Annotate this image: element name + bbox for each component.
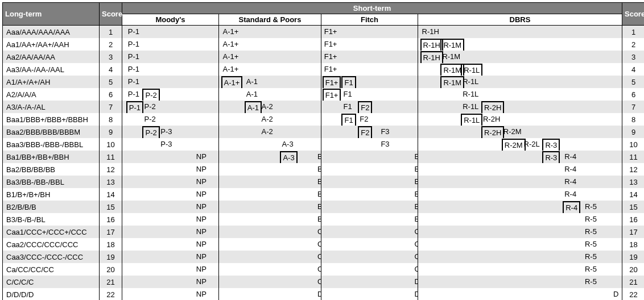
cell-dbrs: R-4 xyxy=(418,188,622,201)
cell-moody: NP xyxy=(122,226,219,238)
rating-value: F3 xyxy=(379,126,391,138)
th-shortterm: Short-term xyxy=(122,3,622,14)
rating-value: P-1 xyxy=(126,39,141,50)
cell-longterm: Caa1/CCC+/CCC+/CCC xyxy=(3,226,100,238)
rating-value: A-2 xyxy=(260,101,275,113)
rating-value: NP xyxy=(195,226,208,238)
cell-sp: D xyxy=(219,288,321,300)
cell-score: 20 xyxy=(100,263,122,276)
th-score-right: Score xyxy=(622,3,645,26)
cell-fitch: F1F2 xyxy=(321,113,418,126)
rating-value: F3 xyxy=(379,139,391,150)
cell-longterm: B1/B+/B+/BH xyxy=(3,188,100,201)
rating-value: R-4 xyxy=(563,164,578,175)
cell-sp: A-3 xyxy=(219,138,321,151)
cell-fitch: B xyxy=(321,188,418,201)
cell-fitch: F3 xyxy=(321,138,418,151)
cell-longterm: A1/A+/A+/AH xyxy=(3,76,100,88)
cell-sp: C xyxy=(219,226,321,238)
table-row: Caa3/CCC-/CCC-/CCC19NPCCR-519 xyxy=(3,251,645,263)
cell-sp: A-1+ xyxy=(219,38,321,51)
cell-score: 18 xyxy=(100,238,122,251)
cell-score: 2 xyxy=(100,38,122,51)
cell-moody: P-1P-2 xyxy=(122,101,219,113)
cell-score: 22 xyxy=(622,288,645,300)
rating-value: F1+ xyxy=(323,51,339,63)
rating-value: R-5 xyxy=(583,276,598,288)
rating-value: NP xyxy=(195,189,208,200)
table-row: Caa2/CCC/CCC/CCC18NPCCR-518 xyxy=(3,238,645,251)
th-score-left: Score xyxy=(100,3,122,26)
th-agency-moody: Moody's xyxy=(122,14,219,26)
cell-moody: P-1 xyxy=(122,63,219,76)
cell-score: 7 xyxy=(100,101,122,113)
cell-sp: A-1+ xyxy=(219,26,321,39)
rating-value: P-1 xyxy=(126,26,141,38)
cell-moody: NP xyxy=(122,188,219,201)
table-row: B3/B-/B-/BL16NPBBR-516 xyxy=(3,213,645,226)
cell-longterm: Aa1/AA+/AA+/AAH xyxy=(3,38,100,51)
cell-score: 22 xyxy=(100,288,122,300)
rating-value: NP xyxy=(195,289,208,300)
cell-sp: A-2 xyxy=(219,126,321,138)
rating-value: R-5 xyxy=(583,214,598,225)
cell-dbrs: R-5 xyxy=(418,251,622,263)
rating-value: R-5 xyxy=(583,226,598,238)
cell-score: 19 xyxy=(622,251,645,263)
cell-score: 9 xyxy=(100,126,122,138)
rating-value: NP xyxy=(195,164,208,175)
cell-score: 1 xyxy=(622,26,645,39)
rating-value: R-5 xyxy=(583,201,598,213)
cell-score: 11 xyxy=(622,151,645,163)
cell-dbrs: R-1HR-1M xyxy=(418,38,622,51)
rating-value: P-1 xyxy=(126,51,141,63)
cell-sp: B xyxy=(219,176,321,188)
cell-fitch: C xyxy=(321,251,418,263)
cell-score: 16 xyxy=(100,213,122,226)
cell-fitch: D xyxy=(321,288,418,300)
rating-value: P-1 xyxy=(126,76,141,88)
rating-value: NP xyxy=(195,239,208,250)
cell-moody: NP xyxy=(122,151,219,163)
cell-moody: P-2 xyxy=(122,113,219,126)
rating-value: R-4 xyxy=(563,189,578,200)
table-row: Aa1/AA+/AA+/AAH2P-1A-1+F1+R-1HR-1M2 xyxy=(3,38,645,51)
cell-sp: C xyxy=(219,238,321,251)
cell-fitch: B xyxy=(321,151,418,163)
cell-score: 17 xyxy=(622,226,645,238)
rating-value: R-5 xyxy=(583,251,598,262)
cell-dbrs: R-1H xyxy=(418,26,622,39)
th-agency-fitch: Fitch xyxy=(321,14,418,26)
cell-score: 15 xyxy=(622,201,645,213)
rating-value: P-3 xyxy=(159,139,174,150)
cell-sp: A-1+ xyxy=(219,51,321,63)
cell-score: 5 xyxy=(622,76,645,88)
cell-moody: NP xyxy=(122,176,219,188)
rating-value: R-1L xyxy=(461,76,480,88)
cell-dbrs: R-5 xyxy=(418,213,622,226)
table-row: Ba2/BB/BB/BB12NPBBR-412 xyxy=(3,163,645,176)
rating-value: R-4 xyxy=(563,151,578,163)
table-row: Baa2/BBB/BBB/BBBM9P-2P-3A-2F2F3R-2HR-2M9 xyxy=(3,126,645,138)
cell-longterm: Caa3/CCC-/CCC-/CCC xyxy=(3,251,100,263)
th-agency-dbrs: DBRS xyxy=(418,14,622,26)
cell-score: 8 xyxy=(622,113,645,126)
cell-dbrs: R-1HR-1M xyxy=(418,51,622,63)
cell-dbrs: R-5 xyxy=(418,226,622,238)
table-row: B2/B/B/B15NPBBR-4R-515 xyxy=(3,201,645,213)
cell-score: 8 xyxy=(100,113,122,126)
rating-value: F1+ xyxy=(323,26,339,38)
cell-dbrs: R-2MR-2LR-3 xyxy=(418,138,622,151)
th-longterm: Long-term xyxy=(3,3,100,26)
rating-value: F1 xyxy=(341,89,353,100)
cell-longterm: Aaa/AAA/AAA/AAA xyxy=(3,26,100,39)
cell-score: 6 xyxy=(622,88,645,101)
table-row: Caa1/CCC+/CCC+/CCC17NPCCR-517 xyxy=(3,226,645,238)
rating-value: R-1M xyxy=(440,51,462,63)
cell-score: 10 xyxy=(622,138,645,151)
rating-value: NP xyxy=(195,201,208,213)
cell-sp: C xyxy=(219,276,321,288)
rating-value: NP xyxy=(195,276,208,288)
cell-sp: A-3B xyxy=(219,151,321,163)
cell-fitch: C xyxy=(321,263,418,276)
